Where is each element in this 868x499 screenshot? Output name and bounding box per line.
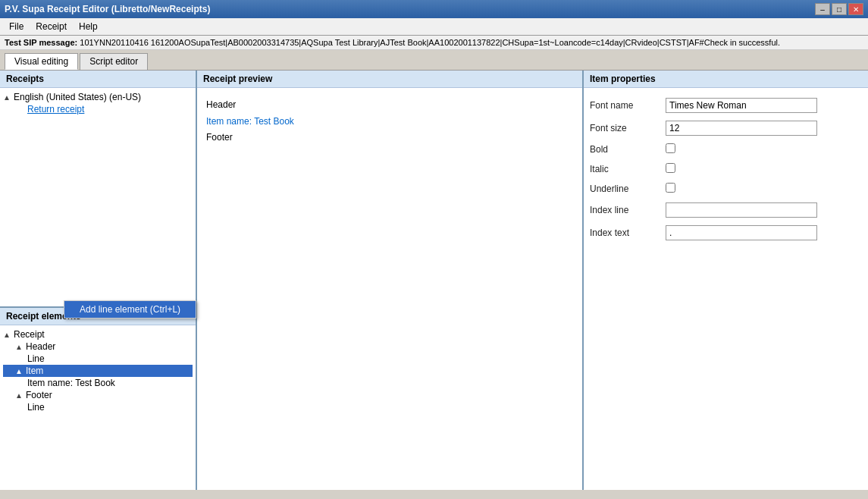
tree-label-header: Header (26, 341, 55, 352)
tree-item-item-name[interactable]: Item name: Test Book (3, 377, 193, 389)
context-menu-add-line[interactable]: Add line element (Ctrl+L) (64, 301, 196, 318)
tree-label-receipt: Receipt (14, 329, 45, 340)
right-panel: Item properties Font name Font size Bold (584, 71, 868, 490)
underline-checkbox[interactable] (666, 183, 675, 193)
index-line-input[interactable] (666, 202, 817, 218)
prop-font-name-value (666, 98, 862, 113)
tab-visual-editing[interactable]: Visual editing (5, 53, 78, 70)
header-arrow-icon: ▲ (15, 343, 26, 351)
tree-label-item-name: Item name: Test Book (27, 378, 115, 388)
receipts-header: Receipts (0, 71, 196, 88)
prop-font-size-row: Font size (590, 117, 862, 140)
prop-index-line-row: Index line (590, 199, 862, 221)
menu-help[interactable]: Help (73, 20, 104, 33)
prop-font-size-label: Font size (590, 123, 666, 133)
elements-content: ▲ Receipt ▲ Header Line ▲ (0, 325, 196, 490)
tree-item-header-line[interactable]: Line (3, 353, 193, 365)
prop-font-name-row: Font name (590, 94, 862, 117)
arrow-icon: ▲ (3, 93, 14, 102)
restore-button[interactable]: □ (832, 3, 847, 15)
tree-item-footer[interactable]: ▲ Footer (3, 389, 193, 401)
window-controls: – □ ✕ (815, 3, 863, 15)
preview-item-text: Item name: Test Book (206, 114, 573, 130)
receipts-content: ▲ English (United States) (en-US) Return… (0, 88, 196, 306)
properties-header: Item properties (584, 71, 868, 88)
context-menu: Add line element (Ctrl+L) (64, 300, 196, 319)
tree-item-header[interactable]: ▲ Header (3, 341, 193, 353)
left-panel: Receipts ▲ English (United States) (en-U… (0, 71, 197, 490)
preview-item-name-link: Item name: Test Book (206, 116, 294, 127)
prop-font-name-label: Font name (590, 100, 666, 111)
tree-label-header-line: Line (27, 353, 45, 364)
prop-index-line-label: Index line (590, 205, 666, 215)
tree-item-receipt[interactable]: ▲ Receipt (3, 328, 193, 341)
item-arrow-icon: ▲ (15, 367, 26, 375)
prop-index-text-value (666, 225, 862, 240)
sip-value: 101YNN20110416 161200AOSupaTest|AB000200… (80, 38, 780, 47)
minimize-button[interactable]: – (815, 3, 830, 15)
preview-header-text: Header (206, 97, 573, 114)
font-size-input[interactable] (666, 121, 817, 136)
font-name-input[interactable] (666, 98, 817, 113)
prop-bold-label: Bold (590, 144, 666, 155)
prop-underline-label: Underline (590, 184, 666, 194)
tree-label-return-receipt[interactable]: Return receipt (27, 104, 84, 115)
center-panel: Receipt preview Header Item name: Test B… (197, 71, 584, 490)
tree-label-english: English (United States) (en-US) (14, 92, 141, 102)
sip-bar: Test SIP message: 101YNN20110416 161200A… (0, 36, 868, 50)
prop-index-line-value (666, 202, 862, 218)
prop-italic-row: Italic (590, 159, 862, 179)
prop-index-text-row: Index text (590, 221, 862, 244)
menu-file[interactable]: File (3, 20, 30, 33)
menu-bar: File Receipt Help (0, 18, 868, 36)
title-bar: P.V. Supa Receipt Editor (Libretto/NewRe… (0, 0, 868, 18)
menu-receipt[interactable]: Receipt (30, 20, 73, 33)
preview-footer-text: Footer (206, 130, 573, 146)
prop-italic-value (666, 163, 862, 175)
receipts-section: Receipts ▲ English (United States) (en-U… (0, 71, 196, 308)
prop-font-size-value (666, 121, 862, 136)
tab-script-editor[interactable]: Script editor (80, 53, 148, 70)
receipt-arrow-icon: ▲ (3, 331, 14, 339)
tree-item-return-receipt[interactable]: Return receipt (3, 103, 193, 115)
prop-bold-row: Bold (590, 140, 862, 159)
prop-bold-value (666, 143, 862, 155)
close-button[interactable]: ✕ (848, 3, 863, 15)
index-text-input[interactable] (666, 225, 817, 240)
elements-section: Receipt elements ▲ Receipt ▲ Header Li (0, 308, 196, 490)
tree-item-footer-line[interactable]: Line (3, 401, 193, 413)
tree-item-item[interactable]: ▲ Item (3, 365, 193, 377)
prop-underline-value (666, 183, 862, 195)
tree-label-footer-line: Line (27, 402, 45, 413)
preview-content: Header Item name: Test Book Footer (197, 88, 582, 490)
prop-index-text-label: Index text (590, 228, 666, 238)
tree-label-footer: Footer (26, 390, 52, 400)
main-content: Receipts ▲ English (United States) (en-U… (0, 70, 868, 490)
tree-label-item: Item (26, 366, 43, 376)
prop-italic-label: Italic (590, 164, 666, 174)
preview-header: Receipt preview (197, 71, 582, 88)
footer-arrow-icon: ▲ (15, 391, 26, 400)
prop-underline-row: Underline (590, 179, 862, 199)
bold-checkbox[interactable] (666, 143, 675, 153)
italic-checkbox[interactable] (666, 163, 675, 173)
sip-label: Test SIP message: (5, 38, 77, 47)
tab-bar: Visual editing Script editor (0, 50, 868, 70)
properties-content: Font name Font size Bold (584, 88, 868, 490)
title-text: P.V. Supa Receipt Editor (Libretto/NewRe… (5, 4, 210, 14)
tree-item-english[interactable]: ▲ English (United States) (en-US) (3, 91, 193, 103)
